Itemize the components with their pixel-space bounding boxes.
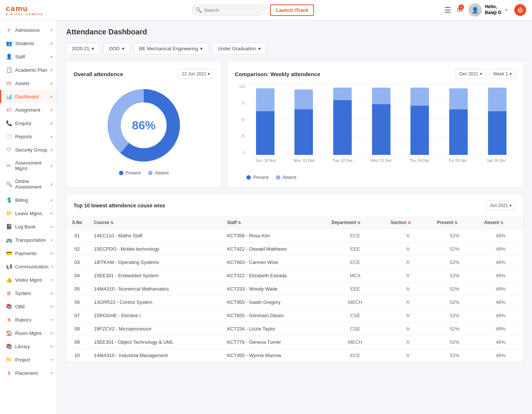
table-header-row: Top 10 lowest attendence couse wise Jun …: [66, 195, 523, 216]
table-body: 01 14EC110 - Maths Staff KCT356 - Rosa K…: [66, 229, 523, 362]
sidebar-item-communication[interactable]: 📢 Communication ▾: [0, 260, 57, 273]
filter-row: 2020-21 ▾ ODD ▾ BE Mechanical Engineerin…: [66, 43, 523, 54]
sidebar-item-security-group[interactable]: 🛡 Security Group ▾: [0, 143, 57, 156]
table-month-button[interactable]: Jun 2021 ▾: [486, 201, 516, 210]
donut-container: 86% Present Absent: [74, 85, 214, 176]
power-button[interactable]: ⏻: [514, 4, 526, 16]
payments-icon: 💳: [6, 250, 12, 256]
rubrics-icon: 🖱: [6, 317, 12, 323]
topnav: camu DIGITAL CAMPUS 🔍 Launch iTrack ☰ ✉ …: [0, 0, 532, 20]
sidebar-item-rubrics[interactable]: 🖱 Rubrics ▾: [0, 313, 57, 326]
cell-absent: 48%: [478, 336, 523, 349]
table-row: 04 15EE301 - Embedded System KCT322 - El…: [66, 269, 523, 282]
sidebar-item-library[interactable]: 📚 Library ▾: [0, 340, 57, 353]
sidebar-item-leave-mgmt[interactable]: 📁 Leave Mgmt. ▾: [0, 207, 57, 220]
mail-icon-button[interactable]: ✉ 0: [457, 6, 463, 14]
cell-staff: KCT234 - Lizzie Taylor: [221, 322, 326, 336]
placement-icon: ℹ: [6, 370, 12, 376]
sort-icon: ⇅: [500, 221, 503, 225]
sidebar-item-enquiry[interactable]: 📞 Enquiry ▾: [0, 116, 57, 130]
sidebar-item-academic-plan[interactable]: 📋 Academic Plan ▾: [0, 63, 57, 77]
weekly-present-dot: [246, 175, 251, 180]
reports-icon: 📄: [6, 133, 12, 139]
obe-icon: 📚: [6, 303, 12, 309]
x-axis-label: Sat, 06 Dec: [477, 157, 516, 163]
col-course: Course⇅: [88, 216, 221, 229]
filter-program[interactable]: Under Graduation ▾: [212, 43, 266, 54]
sidebar-item-placement[interactable]: ℹ Placement ▾: [0, 366, 57, 380]
bar-absent: [410, 88, 429, 106]
cell-dept: ECE: [325, 229, 385, 242]
table-row: 01 14EC110 - Maths Staff KCT356 - Rosa K…: [66, 229, 523, 242]
date-picker-button[interactable]: 22 Jun 2021 ▾: [178, 69, 214, 79]
mail-badge: 0: [458, 4, 464, 10]
filter-semester[interactable]: ODD ▾: [103, 43, 130, 54]
sort-icon: ⇅: [110, 221, 113, 225]
academic-plan-icon: 📋: [6, 67, 12, 73]
sidebar-item-assets[interactable]: 🗃 Assets ▾: [0, 77, 57, 90]
bar-group: [285, 85, 323, 155]
cell-section: A: [385, 349, 431, 362]
filter-department[interactable]: BE Mechanical Engineering ▾: [134, 43, 209, 54]
cell-dept: ECE: [325, 349, 385, 362]
weekly-filters: Dec 2021 ▾ Week 1 ▾: [455, 69, 516, 79]
legend-absent: Absent: [148, 170, 168, 176]
cell-absent: 48%: [478, 322, 523, 336]
sidebar-item-staff[interactable]: 👤 Staff ▾: [0, 50, 57, 63]
sidebar-item-online-assessment[interactable]: 🔍 Online Assessment ▾: [0, 175, 57, 193]
cell-section: A: [385, 229, 431, 242]
cell-course: 19FZCV2 - Microprocessor: [88, 322, 221, 336]
sidebar-item-room-mgmt[interactable]: 🏠 Room Mgmt. ▾: [0, 326, 57, 340]
cell-dept: MCA: [325, 269, 385, 282]
weekly-legend-absent: Absent: [276, 175, 296, 180]
x-axis-label: Thu, 04 Dec: [400, 157, 439, 163]
cell-sno: 03: [66, 256, 88, 269]
main-content: Attendance Dashboard 2020-21 ▾ ODD ▾ BE …: [57, 20, 532, 414]
sidebar-item-obe[interactable]: 📚 OBE ▾: [0, 300, 57, 313]
sidebar-item-project[interactable]: 📁 Project ▾: [0, 353, 57, 366]
sidebar-item-log-book[interactable]: 📓 Log Book ▾: [0, 220, 57, 233]
cell-sno: 04: [66, 269, 88, 282]
cell-present: 52%: [431, 282, 478, 296]
sidebar-item-reports[interactable]: 📄 Reports ▾: [0, 130, 57, 143]
cell-sno: 08: [66, 322, 88, 336]
user-section[interactable]: 👤 Hello, Balaji G ▼: [468, 3, 508, 17]
sidebar-item-payments[interactable]: 💳 Payments ▾: [0, 247, 57, 260]
sidebar-item-transportation[interactable]: 🚌 Transportation ▾: [0, 233, 57, 247]
sidebar-item-visitor-mgmt[interactable]: 👍 Visitor Mgmt. ▾: [0, 273, 57, 286]
sidebar-item-billing[interactable]: 💲 Billing ▾: [0, 193, 57, 207]
bar-group: [440, 85, 477, 155]
y-label-50: 50: [235, 118, 245, 122]
sidebar-item-assignment[interactable]: 🏷 Assignment ▾: [0, 103, 57, 116]
y-axis: 0 25 50 75 100: [235, 85, 245, 155]
cell-absent: 48%: [478, 256, 523, 269]
launch-itrack-button[interactable]: Launch iTrack: [270, 4, 314, 16]
cell-present: 52%: [431, 309, 478, 322]
filter-year[interactable]: 2020-21 ▾: [66, 43, 100, 54]
bar-chart-container: 0 25 50 75 100: [235, 85, 516, 173]
dashboard-icon: 📊: [6, 94, 12, 99]
page-title: Attendance Dashboard: [66, 28, 523, 36]
search-wrap: 🔍: [192, 5, 266, 16]
cell-section: A: [385, 269, 431, 282]
sidebar-item-admissions[interactable]: ≡ Admissions ▾: [0, 23, 57, 37]
cell-absent: 48%: [478, 309, 523, 322]
chevron-down-icon: ▾: [51, 371, 52, 375]
y-label-0: 0: [235, 151, 245, 155]
cell-course: 15RGGHE - Elective I: [88, 309, 221, 322]
cell-section: A: [385, 322, 431, 336]
month-picker-button[interactable]: Dec 2021 ▾: [455, 69, 486, 79]
bar-absent: [488, 88, 507, 112]
sidebar-item-system[interactable]: 🖥 System ▾: [0, 286, 57, 300]
search-input[interactable]: [192, 5, 266, 16]
week-picker-button[interactable]: Week 1 ▾: [489, 69, 516, 79]
cell-section: A: [385, 309, 431, 322]
bar-absent: [372, 88, 391, 105]
col-staff: Staff⇅: [221, 216, 326, 229]
sidebar-item-dashboard[interactable]: 📊 Dashboard ▾: [0, 90, 57, 103]
sidebar-item-students[interactable]: 👥 Students ▾: [0, 37, 57, 50]
system-icon: 🖥: [6, 290, 12, 296]
admissions-icon: ≡: [6, 27, 12, 33]
sidebar-item-assessment-mgmt[interactable]: ✏ Assessment Mgmt. ▾: [0, 156, 57, 175]
menu-icon-button[interactable]: ☰: [444, 6, 451, 14]
